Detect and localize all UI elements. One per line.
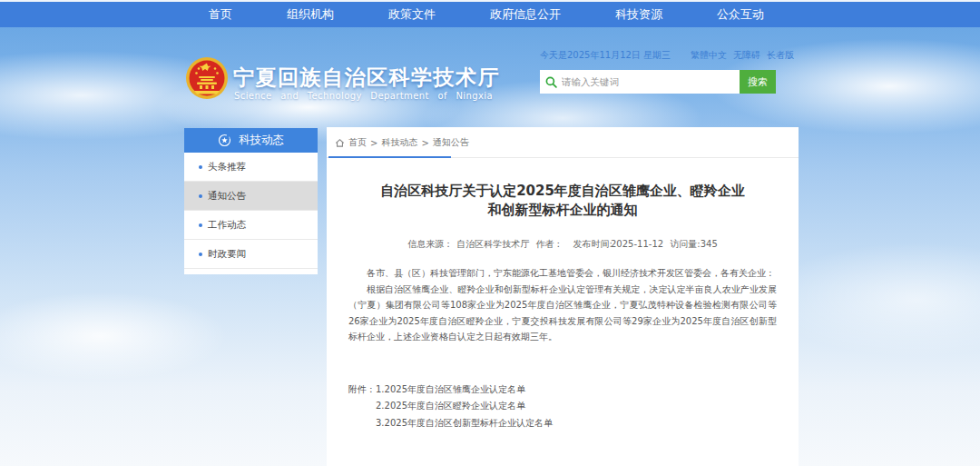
breadcrumb: 首页 > 科技动态 > 通知公告 (327, 127, 799, 149)
search-icon (545, 76, 557, 88)
today-date-text: 今天是2025年11月12日 星期三 (540, 49, 671, 62)
link-elder-version[interactable]: 长者版 (767, 49, 794, 62)
sidebar-item-current-affairs[interactable]: 时政要闻 (184, 240, 318, 269)
bullet-dot-icon (199, 253, 202, 256)
meta-publish-label: 发布时间: (573, 239, 612, 249)
nav-item-tech-resources[interactable]: 科技资源 (615, 6, 662, 23)
attachments-label: 附件： (348, 382, 376, 432)
article-paragraph: 各市、县（区）科技管理部门，宁东能源化工基地管委会，银川经济技术开发区管委会，各… (348, 265, 777, 282)
attachments-section: 附件： 1.2025年度自治区雏鹰企业认定名单 2.2025年度自治区瞪羚企业认… (348, 382, 777, 432)
bullet-dot-icon (199, 194, 202, 198)
nav-item-public-interaction[interactable]: 公众互动 (717, 6, 764, 23)
sidebar-item-headline-picks[interactable]: 头条推荐 (184, 153, 318, 182)
breadcrumb-home[interactable]: 首页 (348, 136, 367, 149)
sidebar-item-work-updates[interactable]: 工作动态 (184, 211, 318, 240)
article-meta: 信息来源：自治区科学技术厅 作者： 发布时间:2025-11-12 访问量:34… (327, 238, 799, 251)
sidebar-item-label: 头条推荐 (208, 161, 246, 174)
breadcrumb-notices[interactable]: 通知公告 (433, 136, 469, 149)
sidebar-title: 科技动态 (239, 133, 284, 148)
attachment-link-eagle-list[interactable]: 1.2025年度自治区雏鹰企业认定名单 (376, 382, 553, 399)
site-title: 宁夏回族自治区科学技术厅 (233, 64, 500, 92)
sidebar-header: 科技动态 (184, 128, 318, 153)
search-input[interactable] (562, 76, 734, 87)
site-subtitle: Science and Technology Department of Nin… (234, 91, 493, 101)
meta-author-label: 作者： (535, 239, 563, 249)
nav-item-policy-documents[interactable]: 政策文件 (388, 6, 436, 23)
main-content: 首页 > 科技动态 > 通知公告 自治区科技厅关于认定2025年度自治区雏鹰企业… (327, 127, 799, 466)
bullet-dot-icon (199, 223, 202, 227)
sidebar-item-label: 工作动态 (208, 219, 246, 232)
meta-views-value: 345 (701, 239, 718, 249)
top-navigation: 首页 组织机构 政策文件 政府信息公开 科技资源 公众互动 (0, 2, 980, 27)
nav-item-organization[interactable]: 组织机构 (287, 6, 334, 23)
national-emblem-logo (185, 56, 229, 100)
header-date-row: 今天是2025年11月12日 星期三 繁體中文 无障碍 长者版 (540, 49, 794, 62)
article-title-line1: 自治区科技厅关于认定2025年度自治区雏鹰企业、瞪羚企业 (348, 182, 777, 201)
breadcrumb-divider (327, 156, 799, 158)
breadcrumb-separator: > (421, 138, 428, 148)
article-paragraph: 根据自治区雏鹰企业、瞪羚企业和创新型标杆企业认定管理有关规定，决定认定半亩良人农… (348, 282, 777, 345)
meta-views-label: 访问量: (670, 239, 700, 249)
meta-source-value: 自治区科学技术厅 (456, 239, 529, 249)
meta-publish-value: 2025-11-12 (611, 239, 663, 249)
nav-item-gov-info-disclosure[interactable]: 政府信息公开 (490, 6, 561, 23)
sidebar-item-notices[interactable]: 通知公告 (184, 182, 318, 211)
breadcrumb-separator: > (370, 138, 377, 148)
breadcrumb-tech-news[interactable]: 科技动态 (381, 136, 417, 149)
attachment-link-benchmark-list[interactable]: 3.2025年度自治区创新型标杆企业认定名单 (376, 415, 553, 432)
meta-source-label: 信息来源： (407, 239, 453, 249)
home-icon (335, 138, 345, 148)
sidebar: 科技动态 头条推荐 通知公告 工作动态 时政要闻 (184, 128, 318, 274)
star-circle-icon (218, 134, 231, 147)
link-traditional-chinese[interactable]: 繁體中文 (691, 49, 727, 62)
link-accessibility[interactable]: 无障碍 (733, 49, 760, 62)
sidebar-item-label: 时政要闻 (208, 248, 246, 261)
article-title: 自治区科技厅关于认定2025年度自治区雏鹰企业、瞪羚企业 和创新型标杆企业的通知 (348, 182, 777, 220)
article-title-line2: 和创新型标杆企业的通知 (348, 201, 777, 220)
nav-item-home[interactable]: 首页 (209, 6, 232, 23)
search-button[interactable]: 搜索 (740, 70, 776, 94)
search-row: 搜索 (540, 70, 776, 94)
bullet-dot-icon (199, 165, 202, 169)
sidebar-item-label: 通知公告 (208, 190, 246, 203)
search-box[interactable] (540, 70, 740, 94)
attachment-link-gazelle-list[interactable]: 2.2025年度自治区瞪羚企业认定名单 (376, 398, 553, 415)
article-body: 各市、县（区）科技管理部门，宁东能源化工基地管委会，银川经济技术开发区管委会，各… (348, 265, 777, 345)
